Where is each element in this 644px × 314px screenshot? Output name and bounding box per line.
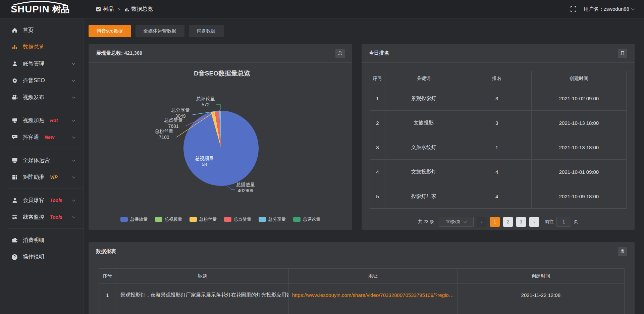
hot-badge: Hot: [50, 118, 58, 123]
user-menu[interactable]: 用户名：zswodun88: [584, 6, 634, 12]
sidebar-item-douketong[interactable]: 抖客通 New: [0, 129, 84, 146]
gear-icon: [11, 77, 18, 84]
sidebar-item-spend-detail[interactable]: 消费明细: [0, 232, 84, 249]
member-icon: [11, 197, 18, 204]
svg-text:572: 572: [202, 102, 210, 107]
chevron-down-icon: [72, 198, 75, 202]
tools-badge: Tools: [50, 198, 62, 203]
chevron-down-icon: [72, 62, 75, 65]
table-row-partial: [99, 306, 625, 314]
svg-text:总点赞量: 总点赞量: [164, 117, 183, 123]
sidebar-item-media-operation[interactable]: 全媒体运营: [0, 152, 84, 169]
bar-chart-icon: [11, 44, 18, 50]
table-row: 5投影灯厂家42021-10-09 18:00: [370, 184, 627, 209]
report-table-header-row: 序号 标题 地址 创建时间: [99, 269, 625, 284]
sidebar-divider: [7, 189, 84, 189]
goto-label: 前往: [545, 219, 554, 225]
pagination-total: 共 23 条: [418, 219, 434, 225]
logo-cjk: 树品: [52, 5, 70, 14]
app-logo[interactable]: SHUPIN 树品: [0, 4, 84, 14]
table-row: 4文旅投影灯42021-10-01 09:00: [370, 160, 627, 184]
legend-swatch: [190, 217, 197, 222]
sidebar: 首页 数据总览 账号管理 抖音SEO 视频发布 视频加热 Hot 抖客通 New…: [0, 18, 84, 314]
chevron-down-icon: [464, 220, 467, 223]
topbar: SHUPIN 树品 树品 > 数据总览 用户名：zswodun88: [0, 0, 644, 18]
sidebar-item-help[interactable]: ? 操作说明: [0, 249, 84, 265]
sidebar-divider: [7, 109, 84, 109]
chevron-down-icon: [72, 215, 75, 218]
chevron-down-icon: [72, 175, 75, 178]
report-panel: 数据报表 表 序号 标题 地址 创建时间 1 景观投影灯，夜游景观投影灯厂家展示…: [89, 242, 635, 314]
table-row: 2文旅投影32021-10-13 18:00: [370, 111, 627, 135]
data-tabs: 抖音seo数据 全媒体运营数据 询盘数据: [89, 25, 635, 37]
chart-legend: 总播放量 总视频量 总粉丝量 总点赞量 总分享量 总评论量: [89, 216, 352, 222]
rank-panel: 今日排名 日 序号 关键词 排名 创建时间 1景观投影灯32021-10-02 …: [362, 44, 635, 230]
screen-icon: [11, 117, 18, 124]
sliders-icon: [11, 214, 18, 220]
tab-inquiry[interactable]: 询盘数据: [189, 25, 224, 37]
sidebar-item-video-heat[interactable]: 视频加热 Hot: [0, 112, 84, 129]
sidebar-item-data-overview[interactable]: 数据总览: [0, 39, 84, 55]
rank-table: 序号 关键词 排名 创建时间 1景观投影灯32021-10-02 09:00 2…: [370, 71, 627, 209]
day-toggle-badge[interactable]: 日: [618, 49, 627, 58]
chevron-down-icon: [631, 7, 635, 10]
breadcrumb-root[interactable]: 树品: [96, 6, 114, 13]
sidebar-item-douyin-seo[interactable]: 抖音SEO: [0, 72, 84, 89]
legend-swatch: [259, 217, 266, 222]
chat-icon: [11, 134, 18, 141]
report-panel-title: 数据报表: [96, 248, 116, 255]
total-toggle-badge[interactable]: 总: [335, 49, 345, 58]
breadcrumb: 树品 > 数据总览: [96, 6, 153, 13]
legend-item[interactable]: 总分享量: [259, 216, 286, 222]
breadcrumb-current[interactable]: 数据总览: [124, 6, 153, 13]
table-toggle-badge[interactable]: 表: [618, 247, 627, 256]
legend-item[interactable]: 总点赞量: [224, 216, 251, 222]
report-table: 序号 标题 地址 创建时间 1 景观投影灯，夜游景观投影灯厂家展示展示落花灯在花…: [99, 268, 625, 314]
username-label: 用户名：zswodun88: [584, 6, 629, 12]
prev-page-button[interactable]: ‹: [477, 217, 487, 227]
tab-douyin-seo[interactable]: 抖音seo数据: [89, 25, 131, 37]
svg-text:7681: 7681: [168, 123, 178, 129]
bar-chart-icon: [124, 7, 129, 12]
table-row: 1 景观投影灯，夜游景观投影灯厂家展示展示落花灯在花园里的灯光投影应用效果 # …: [99, 284, 625, 306]
table-row: 3文旅水纹灯12021-10-13 18:00: [370, 135, 627, 160]
page-button-1[interactable]: 1: [490, 217, 500, 227]
page-button-2[interactable]: 2: [503, 217, 513, 227]
overview-panel: 展现量总数: 421,369 总 D音SEO数据量总览总评论量572总分享量30…: [89, 44, 352, 230]
sidebar-item-member-burst[interactable]: 会员爆客 Tools: [0, 192, 84, 209]
app-icon: [96, 7, 101, 12]
tools-badge: Tools: [50, 214, 62, 220]
page-size-select[interactable]: 10条/页: [439, 217, 474, 227]
sidebar-item-account[interactable]: 账号管理: [0, 55, 84, 72]
sidebar-item-video-publish[interactable]: 视频发布: [0, 89, 84, 106]
home-icon: [11, 27, 18, 34]
svg-text:总粉丝量: 总粉丝量: [155, 128, 173, 134]
tab-media-operation[interactable]: 全媒体运营数据: [136, 25, 184, 37]
wallet-icon: [11, 237, 18, 244]
page-button-3[interactable]: 3: [516, 217, 526, 227]
chevron-down-icon: [72, 118, 75, 122]
goto-page-input[interactable]: [556, 217, 571, 227]
fullscreen-icon[interactable]: [571, 6, 576, 12]
next-page-button[interactable]: ›: [529, 217, 539, 227]
svg-text:总评论量: 总评论量: [196, 96, 215, 101]
logo-arc-icon: [11, 0, 68, 6]
video-url-cell: https://www.iesdouyin.com/share/video/70…: [288, 284, 457, 306]
legend-item[interactable]: 总评论量: [293, 216, 320, 222]
legend-item[interactable]: 总视频量: [155, 216, 182, 222]
legend-swatch: [293, 217, 301, 222]
sidebar-item-matrix-boost[interactable]: 矩阵助推 VIP: [0, 169, 84, 186]
sidebar-item-lead-monitor[interactable]: 线索监控 Tools: [0, 209, 84, 225]
svg-text:总播放量: 总播放量: [236, 182, 255, 187]
created-time-cell: 2021-11-22 12:08: [457, 284, 624, 306]
sidebar-divider: [7, 149, 84, 149]
svg-text:58: 58: [202, 162, 207, 167]
svg-text:总视频量: 总视频量: [195, 156, 214, 161]
breadcrumb-separator: >: [118, 7, 120, 12]
svg-text:总分享量: 总分享量: [171, 107, 190, 113]
video-link[interactable]: https://www.iesdouyin.com/share/video/70…: [292, 292, 454, 298]
legend-item[interactable]: 总粉丝量: [190, 216, 217, 222]
sidebar-item-home[interactable]: 首页: [0, 22, 84, 39]
legend-item[interactable]: 总播放量: [120, 216, 148, 222]
main-content: 抖音seo数据 全媒体运营数据 询盘数据 展现量总数: 421,369 总 D音…: [84, 18, 644, 314]
